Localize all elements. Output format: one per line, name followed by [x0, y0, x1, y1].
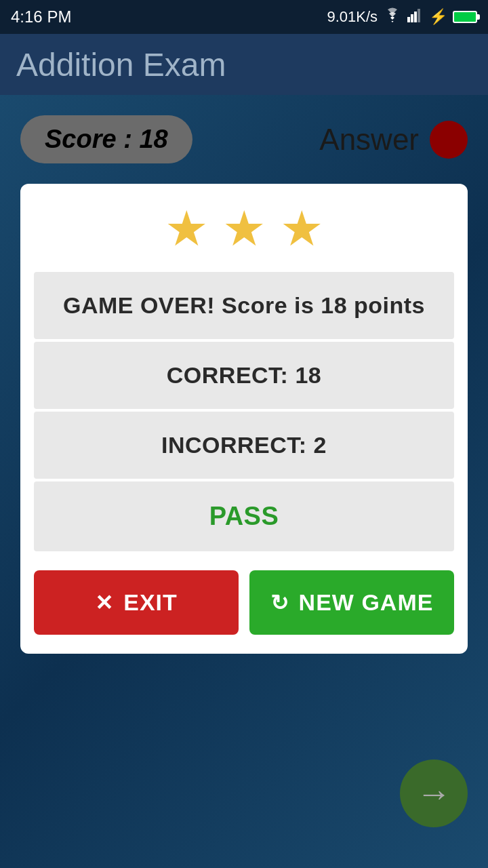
- new-game-label: NEW GAME: [299, 589, 434, 616]
- game-over-row: GAME OVER! Score is 18 points: [34, 272, 454, 339]
- incorrect-text: INCORRECT: 2: [50, 432, 438, 458]
- fab-arrow-icon: →: [416, 776, 451, 811]
- refresh-icon: ↻: [270, 592, 289, 614]
- answer-label: Answer: [319, 123, 419, 157]
- exit-label: EXIT: [123, 589, 178, 616]
- exit-button[interactable]: ✕ EXIT: [34, 570, 239, 635]
- incorrect-row: INCORRECT: 2: [34, 412, 454, 479]
- svg-rect-1: [411, 14, 413, 22]
- answer-area: Answer: [319, 121, 468, 159]
- svg-rect-0: [407, 17, 410, 22]
- score-bar: Score : 18 Answer: [14, 115, 474, 163]
- star-2: ★: [222, 204, 266, 253]
- status-bar: 4:16 PM 9.01K/s ⚡: [0, 0, 488, 34]
- star-3: ★: [280, 204, 324, 253]
- result-row: PASS: [34, 481, 454, 551]
- fab-next-button[interactable]: →: [400, 760, 468, 827]
- score-label: Score : 18: [45, 125, 168, 153]
- stars-row: ★ ★ ★: [34, 204, 454, 253]
- battery-icon: [453, 11, 477, 23]
- network-speed: 9.01K/s: [327, 8, 378, 26]
- app-bar: Addition Exam: [0, 34, 488, 95]
- game-over-text: GAME OVER! Score is 18 points: [50, 292, 438, 319]
- correct-row: CORRECT: 18: [34, 342, 454, 409]
- status-right: 9.01K/s ⚡: [327, 7, 477, 26]
- new-game-button[interactable]: ↻ NEW GAME: [249, 570, 454, 635]
- svg-rect-2: [414, 12, 417, 22]
- answer-toggle[interactable]: [430, 121, 468, 159]
- correct-text: CORRECT: 18: [50, 362, 438, 389]
- signal-icon: [407, 7, 424, 26]
- charging-icon: ⚡: [429, 8, 447, 26]
- app-title: Addition Exam: [16, 46, 226, 83]
- score-badge: Score : 18: [20, 115, 192, 163]
- exit-icon: ✕: [95, 592, 114, 614]
- result-dialog: ★ ★ ★ GAME OVER! Score is 18 points CORR…: [20, 184, 468, 654]
- svg-rect-3: [418, 9, 420, 22]
- result-text: PASS: [50, 502, 438, 531]
- wifi-icon: [383, 7, 402, 26]
- buttons-row: ✕ EXIT ↻ NEW GAME: [34, 554, 454, 654]
- main-content: Score : 18 Answer ★ ★ ★ GAME OVER! Score…: [0, 95, 488, 868]
- status-time: 4:16 PM: [11, 7, 71, 26]
- star-1: ★: [165, 204, 209, 253]
